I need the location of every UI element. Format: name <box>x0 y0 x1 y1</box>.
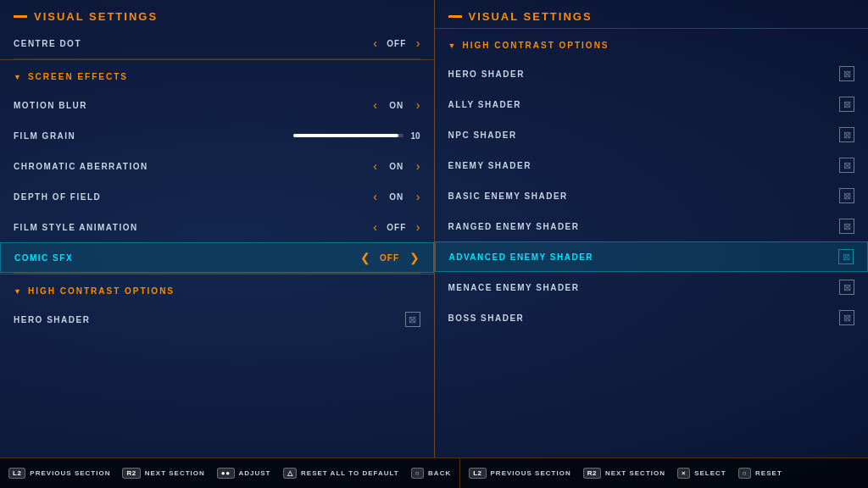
film-grain-slider[interactable] <box>293 134 403 137</box>
setting-chromatic-aberration[interactable]: CHROMATIC ABERRATION ‹ ON › <box>0 151 434 181</box>
section-high-contrast-left: ▼ HIGH CONTRAST OPTIONS <box>0 274 434 304</box>
setting-film-grain[interactable]: FILM GRAIN 10 <box>0 120 434 151</box>
left-panel: VISUAL SETTINGS CENTRE DOT ‹ OFF › ▼ SCR… <box>0 0 435 458</box>
chrom-prev[interactable]: ‹ <box>373 159 377 173</box>
section-high-contrast-right: ▼ HIGH CONTRAST OPTIONS <box>435 28 869 58</box>
centre-dot-prev[interactable]: ‹ <box>373 36 377 50</box>
left-settings-list: CENTRE DOT ‹ OFF › ▼ SCREEN EFFECTS MOTI… <box>0 28 434 458</box>
setting-film-style-animation[interactable]: FILM STYLE ANIMATION ‹ OFF › <box>0 212 434 242</box>
x-badge: × <box>677 468 690 479</box>
setting-hero-shader-right[interactable]: HERO SHADER ⊠ <box>435 58 869 89</box>
right-panel: VISUAL SETTINGS ▼ HIGH CONTRAST OPTIONS … <box>435 0 869 458</box>
ranged-enemy-shader-checkbox[interactable]: ⊠ <box>839 219 854 234</box>
comic-sfx-prev[interactable]: ❮ <box>360 251 370 264</box>
l2-badge-right: L2 <box>469 468 486 479</box>
setting-menace-enemy-shader[interactable]: MENACE ENEMY SHADER ⊠ <box>435 272 869 302</box>
right-panel-title: VISUAL SETTINGS <box>435 7 869 28</box>
section-screen-effects: ▼ SCREEN EFFECTS <box>0 59 434 90</box>
right-settings-list: ▼ HIGH CONTRAST OPTIONS HERO SHADER ⊠ AL… <box>435 28 869 458</box>
npc-shader-checkbox[interactable]: ⊠ <box>839 127 854 142</box>
circle-badge-left: ○ <box>411 468 424 479</box>
right-title-icon <box>448 15 462 18</box>
circle-badge-right: ○ <box>738 468 751 479</box>
setting-boss-shader[interactable]: BOSS SHADER ⊠ <box>435 302 869 333</box>
enemy-shader-checkbox[interactable]: ⊠ <box>839 158 854 173</box>
hint-prev-section-right: L2 PREVIOUS SECTION <box>469 468 570 479</box>
setting-centre-dot[interactable]: CENTRE DOT ‹ OFF › <box>0 28 434 58</box>
hint-reset: ○ RESET <box>738 468 782 479</box>
hero-shader-checkbox-right[interactable]: ⊠ <box>839 66 854 81</box>
boss-shader-checkbox[interactable]: ⊠ <box>839 310 854 325</box>
dof-next[interactable]: › <box>416 190 420 203</box>
hint-select: × SELECT <box>677 468 726 479</box>
hero-shader-checkbox-left[interactable]: ⊠ <box>405 312 420 327</box>
bottom-bar-left: L2 PREVIOUS SECTION R2 NEXT SECTION ●● A… <box>0 458 460 488</box>
motion-blur-next[interactable]: › <box>416 98 420 112</box>
menace-enemy-shader-checkbox[interactable]: ⊠ <box>839 280 854 295</box>
hint-adjust: ●● ADJUST <box>217 468 271 479</box>
advanced-enemy-shader-checkbox[interactable]: ⊠ <box>838 249 854 264</box>
comic-sfx-next[interactable]: ❯ <box>409 251 420 264</box>
hint-next-section-left: R2 NEXT SECTION <box>122 468 204 479</box>
hint-back: ○ BACK <box>411 468 451 479</box>
setting-depth-of-field[interactable]: DEPTH OF FIELD ‹ ON › <box>0 181 434 212</box>
r2-badge-left: R2 <box>122 468 140 479</box>
fsa-next[interactable]: › <box>416 220 420 234</box>
fsa-prev[interactable]: ‹ <box>373 220 377 234</box>
bottom-bar: L2 PREVIOUS SECTION R2 NEXT SECTION ●● A… <box>0 458 868 488</box>
bottom-bar-right: L2 PREVIOUS SECTION R2 NEXT SECTION × SE… <box>460 458 868 488</box>
triangle-badge: △ <box>283 468 298 479</box>
setting-motion-blur[interactable]: MOTION BLUR ‹ ON › <box>0 90 434 120</box>
hint-prev-section-left: L2 PREVIOUS SECTION <box>8 468 110 479</box>
r2-badge-right: R2 <box>583 468 601 479</box>
ally-shader-checkbox[interactable]: ⊠ <box>839 97 854 112</box>
setting-enemy-shader[interactable]: ENEMY SHADER ⊠ <box>435 150 869 180</box>
centre-dot-next[interactable]: › <box>416 36 420 50</box>
hint-next-section-right: R2 NEXT SECTION <box>583 468 665 479</box>
motion-blur-prev[interactable]: ‹ <box>373 98 377 112</box>
setting-ally-shader[interactable]: ALLY SHADER ⊠ <box>435 89 869 119</box>
chrom-next[interactable]: › <box>416 159 420 173</box>
dof-prev[interactable]: ‹ <box>373 190 377 203</box>
setting-comic-sfx[interactable]: COMIC SFX ❮ OFF ❯ <box>0 242 434 273</box>
left-title-icon <box>14 15 27 18</box>
left-panel-title: VISUAL SETTINGS <box>0 7 434 28</box>
basic-enemy-shader-checkbox[interactable]: ⊠ <box>839 188 854 203</box>
l2-badge-left: L2 <box>8 468 25 479</box>
adjust-badge: ●● <box>217 468 235 479</box>
setting-basic-enemy-shader[interactable]: BASIC ENEMY SHADER ⊠ <box>435 180 869 211</box>
setting-advanced-enemy-shader[interactable]: ADVANCED ENEMY SHADER ⊠ <box>435 241 869 272</box>
hint-reset-all: △ RESET ALL TO DEFAULT <box>283 468 399 479</box>
setting-hero-shader-left[interactable]: HERO SHADER ⊠ <box>0 304 434 335</box>
setting-npc-shader[interactable]: NPC SHADER ⊠ <box>435 119 869 150</box>
setting-ranged-enemy-shader[interactable]: RANGED ENEMY SHADER ⊠ <box>435 211 869 241</box>
